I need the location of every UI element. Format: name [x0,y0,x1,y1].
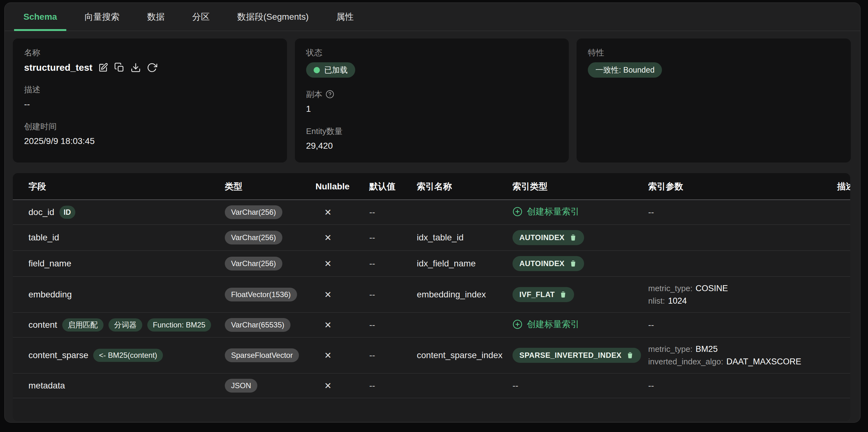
plus-circle-icon [513,319,523,329]
create-scalar-index-label: 创建标量索引 [527,206,579,218]
default-value: -- [369,350,375,360]
field-name: embedding [28,290,72,299]
help-icon[interactable] [326,90,334,98]
index-type-badge[interactable]: IVF_FLAT [513,287,574,302]
index-params: -- [648,320,654,329]
col-header-index-params: 索引参数 [648,173,837,200]
collection-detail-panel: Schema 向量搜索 数据 分区 数据段(Segments) 属性 名称 st… [4,2,861,423]
name-label: 名称 [24,47,276,58]
field-name: metadata [28,381,65,391]
tab-schema[interactable]: Schema [14,3,66,31]
status-card: 状态 已加载 副本 1 Entity数量 29,420 [295,38,569,163]
delete-index-icon[interactable] [626,351,634,359]
analyzer-badge: 分词器 [108,318,142,332]
row-content: content 启用匹配 分词器 Function: BM25 VarChar(… [13,313,850,338]
delete-index-icon[interactable] [569,260,577,268]
tab-properties-label: 属性 [336,11,354,23]
default-value: -- [369,381,375,391]
index-type-text: SPARSE_INVERTED_INDEX [519,351,622,359]
row-doc-id: doc_id ID VarChar(256) ✕ -- 创建标量索引 -- [13,200,850,225]
type-pill: FloatVector(1536) [225,288,297,301]
status-loaded-badge: 已加载 [306,62,355,78]
delete-index-icon[interactable] [569,233,577,242]
type-pill: VarChar(256) [225,231,282,244]
index-type-text: AUTOINDEX [519,260,565,267]
row-metadata: metadata JSON ✕ -- -- -- [13,373,850,398]
status-loaded-dot [314,67,320,73]
copy-icon[interactable] [114,62,125,73]
index-params: -- [648,207,654,217]
field-name: content_sparse [28,350,88,360]
tab-partitions[interactable]: 分区 [183,3,219,31]
index-name: embedding_index [417,290,486,299]
plus-circle-icon [513,207,523,217]
nullable-mark: ✕ [324,233,332,242]
created-time-value: 2025/9/9 18:03:45 [24,136,276,147]
tab-bar: Schema 向量搜索 数据 分区 数据段(Segments) 属性 [5,3,860,31]
row-embedding: embedding FloatVector(1536) ✕ -- embeddi… [13,277,850,313]
edit-icon[interactable] [98,62,108,73]
type-pill: VarChar(256) [225,205,282,219]
tab-segments-label: 数据段(Segments) [237,11,309,23]
default-value: -- [369,320,375,329]
col-header-default: 默认值 [369,173,417,200]
nullable-mark: ✕ [324,320,332,330]
overview-cards: 名称 structured_test 描述 -- 创建时间 2025/9/9 [13,38,851,163]
status-loaded-text: 已加载 [324,66,348,74]
default-value: -- [369,290,375,299]
index-type-text: IVF_FLAT [519,291,555,298]
row-field-name: field_name VarChar(256) ✕ -- idx_field_n… [13,251,850,277]
index-type-badge[interactable]: SPARSE_INVERTED_INDEX [513,348,641,363]
consistency-badge: 一致性: Bounded [588,62,662,78]
default-value: -- [369,207,375,217]
index-param: metric_type:BM25 [648,343,832,355]
created-time-label: 创建时间 [24,121,276,132]
field-name: field_name [28,259,71,268]
col-header-type: 类型 [225,173,315,200]
create-scalar-index-button[interactable]: 创建标量索引 [513,206,579,218]
collection-name: structured_test [24,62,92,73]
col-header-nullable: Nullable [315,173,369,200]
create-scalar-index-button[interactable]: 创建标量索引 [513,318,579,330]
function-badge: Function: BM25 [147,318,211,332]
default-value: -- [369,259,375,268]
index-type-badge[interactable]: AUTOINDEX [513,256,584,271]
index-type-badge[interactable]: AUTOINDEX [513,230,584,245]
delete-index-icon[interactable] [559,290,567,299]
replica-label: 副本 [306,89,322,99]
tab-properties[interactable]: 属性 [327,3,363,31]
description-value: -- [24,98,276,110]
entity-count-label: Entity数量 [306,126,558,137]
index-name: idx_table_id [417,233,463,242]
create-scalar-index-label: 创建标量索引 [527,318,579,330]
enable-match-badge: 启用匹配 [62,318,103,332]
field-name: table_id [28,233,59,242]
tab-schema-label: Schema [24,12,57,22]
download-icon[interactable] [130,62,141,73]
tab-partitions-label: 分区 [192,11,210,23]
nullable-mark: ✕ [324,207,332,217]
default-value: -- [369,233,375,242]
nullable-mark: ✕ [324,381,332,391]
row-content-sparse: content_sparse <- BM25(content) SparseFl… [13,338,850,373]
tab-data[interactable]: 数据 [137,3,174,31]
index-param: nlist:1024 [648,294,832,307]
nullable-mark: ✕ [324,290,332,299]
col-header-field: 字段 [13,173,225,200]
function-source-badge: <- BM25(content) [93,349,163,362]
index-name: content_sparse_index [417,350,502,360]
description-label: 描述 [24,84,276,95]
col-header-description: 描述 [837,173,850,200]
tab-segments[interactable]: 数据段(Segments) [228,3,318,31]
entity-count-value: 29,420 [306,140,558,151]
replica-value: 1 [306,103,558,115]
type-pill: VarChar(256) [225,257,282,270]
name-card: 名称 structured_test 描述 -- 创建时间 2025/9/9 [13,38,287,163]
col-header-index-type: 索引类型 [513,173,648,200]
row-table-id: table_id VarChar(256) ✕ -- idx_table_id … [13,225,850,251]
index-param: inverted_index_algo:DAAT_MAXSCORE [648,355,832,368]
tab-data-label: 数据 [147,11,164,23]
tab-vector-search[interactable]: 向量搜索 [75,3,129,31]
nullable-mark: ✕ [324,351,332,360]
refresh-icon[interactable] [147,62,157,73]
